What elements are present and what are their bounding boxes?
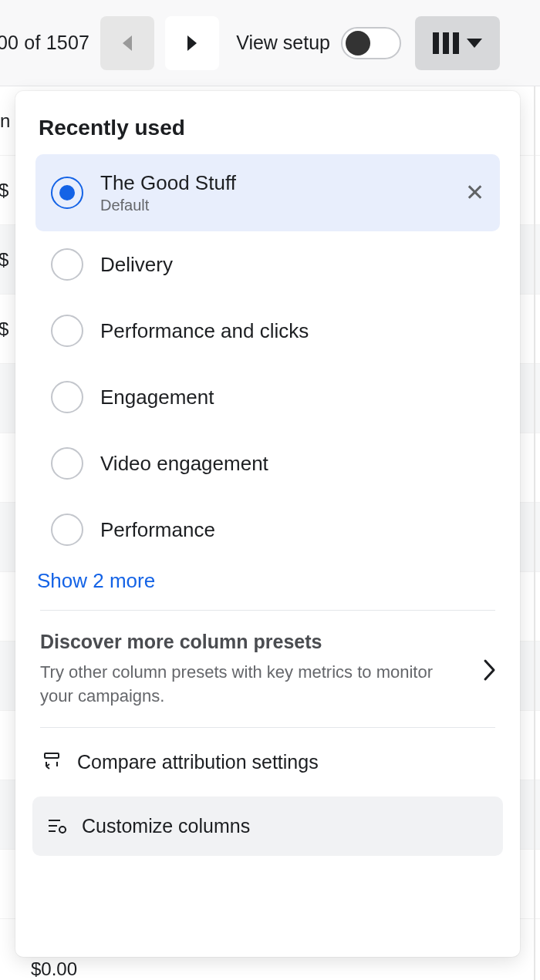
columns-icon (433, 32, 459, 54)
cell-value: $ (0, 180, 8, 201)
close-icon[interactable]: ✕ (465, 181, 484, 204)
customize-columns-label: Customize columns (82, 815, 250, 837)
preset-label: Performance and clicks (100, 319, 309, 343)
preset-label: Performance (100, 518, 215, 542)
svg-rect-0 (45, 753, 59, 758)
radio-icon (51, 447, 83, 480)
svg-point-4 (59, 827, 66, 833)
cell-value: $ (0, 318, 8, 340)
recently-used-title: Recently used (39, 116, 500, 140)
preset-label: Engagement (100, 386, 214, 409)
chevron-right-icon (483, 658, 497, 685)
preset-label: The Good Stuff (100, 171, 236, 195)
pager-next-button[interactable] (165, 16, 219, 70)
preset-option[interactable]: Delivery (35, 231, 500, 298)
preset-sublabel: Default (100, 197, 236, 214)
preset-option[interactable]: Performance (35, 497, 500, 563)
col-header-fragment: n (0, 110, 10, 132)
columns-dropdown-panel: Recently used The Good Stuff Default ✕ D… (15, 91, 520, 957)
radio-icon (51, 315, 83, 347)
radio-icon (51, 177, 83, 209)
discover-title: Discover more column presets (40, 631, 495, 653)
preset-option[interactable]: Video engagement (35, 430, 500, 497)
radio-icon (51, 514, 83, 546)
chevron-right-icon (187, 35, 197, 51)
customize-columns-button[interactable]: Customize columns (32, 796, 503, 856)
compare-attribution-button[interactable]: Compare attribution settings (35, 736, 500, 789)
caret-down-icon (467, 39, 482, 48)
compare-icon (40, 751, 65, 773)
columns-button[interactable] (415, 16, 500, 70)
preset-label: Video engagement (100, 452, 268, 476)
preset-option[interactable]: The Good Stuff Default ✕ (35, 154, 500, 231)
divider (40, 727, 495, 728)
discover-description: Try other column presets with key metric… (40, 661, 441, 709)
table-right-border (534, 86, 535, 980)
pager-prev-button[interactable] (100, 16, 154, 70)
chevron-left-icon (123, 35, 132, 51)
preset-option[interactable]: Performance and clicks (35, 298, 500, 364)
radio-icon (51, 381, 83, 413)
view-setup-toggle[interactable] (341, 27, 401, 59)
view-setup-label: View setup (236, 32, 330, 54)
pager-count: 00 of 1507 (0, 32, 89, 54)
discover-presets-button[interactable]: Discover more column presets Try other c… (35, 611, 500, 727)
radio-icon (51, 248, 83, 281)
toggle-knob (346, 31, 370, 56)
toolbar: 00 of 1507 View setup (0, 0, 540, 86)
bottom-total-value: $0.00 (31, 958, 77, 980)
preset-label: Delivery (100, 253, 173, 277)
cell-value: $ (0, 249, 8, 271)
customize-icon (45, 815, 69, 837)
compare-attribution-label: Compare attribution settings (77, 751, 319, 773)
show-more-link[interactable]: Show 2 more (37, 569, 155, 593)
preset-option[interactable]: Engagement (35, 364, 500, 430)
